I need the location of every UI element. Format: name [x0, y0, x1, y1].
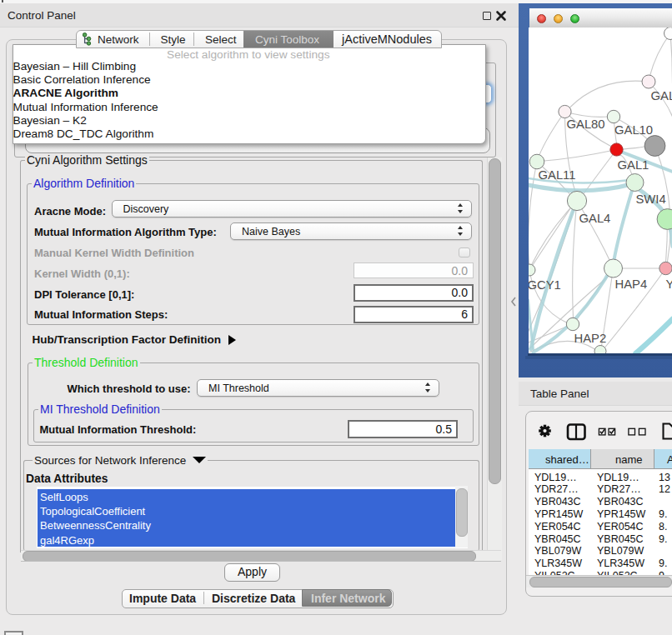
- svg-text:GAL10: GAL10: [614, 123, 653, 137]
- svg-text:HAP2: HAP2: [574, 332, 606, 345]
- svg-text:GAL80: GAL80: [566, 118, 604, 131]
- svg-text:HAP4: HAP4: [614, 278, 647, 291]
- svg-text:GAL11: GAL11: [538, 168, 575, 182]
- svg-text:GAL1: GAL1: [617, 158, 649, 172]
- svg-text:GCY1: GCY1: [529, 278, 561, 292]
- svg-text:YEL: YEL: [665, 278, 672, 291]
- svg-text:GAL7: GAL7: [650, 89, 672, 102]
- svg-text:SWI4: SWI4: [635, 192, 665, 206]
- svg-text:GAL4: GAL4: [579, 212, 610, 225]
